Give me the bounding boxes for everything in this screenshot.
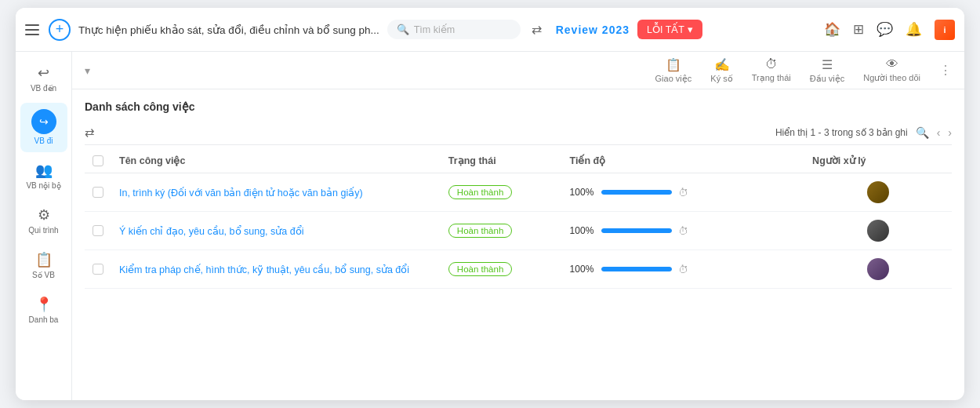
collapse-icon[interactable]: ▾ — [85, 64, 90, 77]
content-area: ▾ 📋 Giao việc ✍ Ký số ⏱ Trạng thái — [72, 52, 964, 400]
cell-progress-1: 100% ⏱ — [562, 212, 805, 250]
sidebar-item-vb-di[interactable]: ↪ VB đi — [20, 103, 67, 152]
search-icon: 🔍 — [397, 24, 409, 35]
sub-header-tabs: 📋 Giao việc ✍ Ký số ⏱ Trạng thái ☰ Đầu v… — [655, 57, 952, 84]
filter-button[interactable]: ⇄ — [85, 126, 95, 140]
cell-status-1: Hoàn thành — [441, 212, 562, 250]
sidebar-label-vb-di: VB đi — [34, 137, 53, 146]
document-title: Thực hiện phiếu khảo sát, sửa đổi, điều … — [78, 24, 379, 36]
table-row: In, trình ký (Đối với văn bản điện tử ho… — [85, 173, 952, 212]
tab-trang-thai[interactable]: ⏱ Trạng thái — [752, 57, 791, 83]
app-window: + Thực hiện phiếu khảo sát, sửa đổi, điề… — [16, 8, 964, 400]
tab-giao-viec[interactable]: 📋 Giao việc — [655, 57, 692, 84]
cell-status-2: Hoàn thành — [441, 250, 562, 289]
vb-noi-bo-icon: 👥 — [35, 162, 53, 179]
vb-di-icon-circle: ↪ — [31, 109, 56, 134]
loi-tat-button[interactable]: LỖI TẤT ▾ — [637, 20, 702, 39]
top-right-icons: 🏠 ⊞ 💬 🔔 i — [824, 20, 955, 40]
trang-thai-icon: ⏱ — [765, 57, 778, 71]
tab-label-ky-so: Ký số — [710, 74, 732, 84]
search-icon-toolbar[interactable]: 🔍 — [916, 126, 929, 139]
so-vb-icon: 📋 — [35, 251, 53, 268]
sidebar-item-so-vb[interactable]: 📋 Số VB — [20, 245, 67, 286]
main-layout: ↩ VB đến ↪ VB đi 👥 VB nội bộ ⚙ Qui trình… — [16, 52, 964, 400]
select-all-checkbox[interactable] — [93, 155, 103, 166]
dropdown-arrow-icon: ▾ — [688, 24, 693, 35]
sidebar-item-qui-trinh[interactable]: ⚙ Qui trình — [20, 200, 67, 242]
prev-page-icon[interactable]: ‹ — [937, 126, 941, 139]
col-header-status: Trạng thái — [441, 148, 562, 173]
cell-name-0: In, trình ký (Đối với văn bản điện tử ho… — [111, 173, 441, 212]
cell-progress-2: 100% ⏱ — [562, 250, 805, 289]
next-page-icon[interactable]: › — [948, 126, 952, 139]
sub-header-left: ▾ — [85, 64, 90, 77]
cell-name-2: Kiểm tra pháp chế, hình thức, kỹ thuật, … — [111, 250, 441, 289]
nguoi-theo-doi-icon: 👁 — [886, 57, 898, 71]
col-header-handler: Người xử lý — [804, 148, 952, 173]
row-checkbox-1[interactable] — [93, 225, 103, 236]
qui-trinh-icon: ⚙ — [38, 206, 50, 224]
toolbar-right: Hiển thị 1 - 3 trong số 3 bản ghi 🔍 ‹ › — [775, 126, 952, 139]
filter-icon[interactable]: ⇄ — [532, 22, 542, 37]
sidebar-label-vb-noi-bo: VB nội bộ — [26, 181, 60, 191]
cell-status-0: Hoàn thành — [441, 173, 562, 212]
row-checkbox-2[interactable] — [93, 264, 103, 275]
sidebar-label-qui-trinh: Qui trình — [28, 226, 58, 235]
home-icon[interactable]: 🏠 — [824, 21, 840, 38]
search-placeholder: Tìm kiếm — [414, 24, 455, 35]
tab-label-dau-viec: Đầu việc — [810, 74, 845, 84]
vb-den-icon: ↩ — [38, 64, 49, 82]
add-button[interactable]: + — [49, 19, 71, 41]
cell-name-1: Ý kiến chỉ đạo, yêu cầu, bổ sung, sửa đổ… — [111, 212, 441, 250]
col-header-name: Tên công việc — [111, 148, 441, 173]
tab-nguoi-theo-doi[interactable]: 👁 Người theo dõi — [863, 57, 920, 83]
sidebar-label-vb-den: VB đến — [31, 84, 56, 93]
grid-icon[interactable]: ⊞ — [853, 21, 864, 38]
clock-icon-0: ⏱ — [678, 187, 688, 199]
row-checkbox-0[interactable] — [93, 187, 103, 198]
cell-handler-0 — [804, 173, 952, 212]
sidebar-item-danh-ba[interactable]: 📍 Danh ba — [20, 290, 67, 331]
col-header-progress: Tiến độ — [562, 148, 805, 173]
chat-icon[interactable]: 💬 — [877, 21, 893, 38]
tab-label-trang-thai: Trạng thái — [752, 73, 791, 83]
sidebar-label-so-vb: Số VB — [32, 271, 55, 280]
dau-viec-icon: ☰ — [822, 57, 833, 72]
sidebar-item-vb-den[interactable]: ↩ VB đến — [20, 58, 67, 100]
cell-handler-1 — [804, 212, 952, 250]
tab-ky-so[interactable]: ✍ Ký số — [710, 57, 732, 84]
top-bar: + Thực hiện phiếu khảo sát, sửa đổi, điề… — [16, 8, 964, 52]
tab-dau-viec[interactable]: ☰ Đầu việc — [810, 57, 845, 84]
sidebar-item-vb-noi-bo[interactable]: 👥 VB nội bộ — [20, 155, 67, 197]
giao-viec-icon: 📋 — [666, 57, 681, 72]
user-avatar[interactable]: i — [935, 20, 955, 40]
tab-label-nguoi-theo-doi: Người theo dõi — [863, 73, 920, 83]
ky-so-icon: ✍ — [714, 57, 730, 72]
clock-icon-2: ⏱ — [678, 264, 688, 275]
table-row: Ý kiến chỉ đạo, yêu cầu, bổ sung, sửa đổ… — [85, 212, 952, 250]
section-title: Danh sách công việc — [85, 89, 952, 121]
table-row: Kiểm tra pháp chế, hình thức, kỹ thuật, … — [85, 250, 952, 289]
top-bar-left: + Thực hiện phiếu khảo sát, sửa đổi, điề… — [25, 19, 810, 41]
sidebar: ↩ VB đến ↪ VB đi 👥 VB nội bộ ⚙ Qui trình… — [16, 52, 72, 400]
menu-icon[interactable] — [25, 22, 41, 38]
toolbar-left: ⇄ — [85, 126, 95, 140]
bell-icon[interactable]: 🔔 — [906, 21, 922, 38]
review-badge: Review 2023 — [556, 24, 630, 36]
clock-icon-1: ⏱ — [678, 225, 688, 237]
sub-header: ▾ 📋 Giao việc ✍ Ký số ⏱ Trạng thái — [72, 52, 964, 89]
toolbar-row: ⇄ Hiển thị 1 - 3 trong số 3 bản ghi 🔍 ‹ … — [85, 121, 952, 145]
cell-handler-2 — [804, 250, 952, 289]
table-area: Danh sách công việc ⇄ Hiển thị 1 - 3 tro… — [72, 89, 964, 400]
more-options-icon[interactable]: ⋮ — [939, 63, 952, 78]
danh-ba-icon: 📍 — [35, 296, 53, 313]
tab-label-giao-viec: Giao việc — [655, 74, 692, 84]
sidebar-label-danh-ba: Danh ba — [29, 315, 59, 325]
search-box[interactable]: 🔍 Tìm kiếm — [387, 20, 521, 39]
data-table: Tên công việc Trạng thái Tiến độ Người x… — [85, 148, 952, 289]
pagination-info: Hiển thị 1 - 3 trong số 3 bản ghi — [775, 127, 908, 138]
cell-progress-0: 100% ⏱ — [562, 173, 805, 212]
